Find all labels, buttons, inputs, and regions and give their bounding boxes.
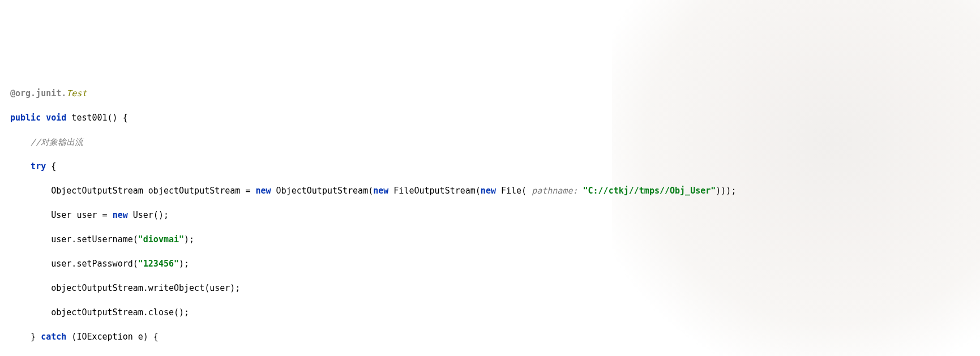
annotation-pkg: org.junit. [15,88,66,98]
code-text: ); [179,259,189,269]
code-text: ); [184,234,194,245]
code-text: ObjectOutputStream( [271,186,374,196]
keyword-new: new [373,186,388,196]
keyword-new: new [255,186,271,196]
code-line: public void test001() { [0,112,980,125]
code-line: objectOutputStream.writeObject(user); [0,282,980,295]
keyword-public: public [10,113,41,123]
code-line: //对象输出流 [0,136,980,149]
code-line: } catch (IOException e) { [0,331,980,344]
brace: { [46,161,56,171]
string-literal: "diovmai" [138,234,184,245]
code-text: } [10,332,41,342]
code-text: FileOutputStream( [388,186,481,196]
annotation-class: Test [66,88,87,98]
keyword-try: try [10,161,46,171]
code-text: ObjectOutputStream objectOutputStream = [10,186,255,196]
code-text: user.setUsername( [10,234,138,245]
code-line: user.setPassword("123456"); [0,258,980,271]
keyword-void: void [46,113,66,123]
code-text: objectOutputStream.close(); [10,307,189,318]
code-line: user.setUsername("diovmai"); [0,234,980,246]
comment: //对象输出流 [10,137,83,147]
keyword-new: new [113,210,128,220]
code-line: try { [0,161,980,173]
code-editor[interactable]: @org.junit.Test public void test001() { … [0,75,980,356]
code-text: User user = [10,210,113,220]
code-line: @org.junit.Test [0,88,980,100]
string-literal: "C://ctkj//tmps//Obj_User" [583,186,716,196]
string-literal: "123456" [138,259,179,269]
code-line: ObjectOutputStream objectOutputStream = … [0,185,980,198]
keyword-new: new [481,186,496,196]
annotation-at: @ [10,88,15,98]
code-text: ))); [716,186,736,196]
code-line: User user = new User(); [0,209,980,222]
code-text: File( [496,186,527,196]
code-text: objectOutputStream.writeObject(user); [10,283,240,293]
code-text: user.setPassword( [10,259,138,269]
code-text: (IOException e) { [66,332,159,342]
param-hint: pathname: [527,186,583,196]
code-text: User(); [128,210,169,220]
keyword-catch: catch [41,332,66,342]
code-line: objectOutputStream.close(); [0,307,980,319]
method-signature: test001() { [66,113,127,123]
